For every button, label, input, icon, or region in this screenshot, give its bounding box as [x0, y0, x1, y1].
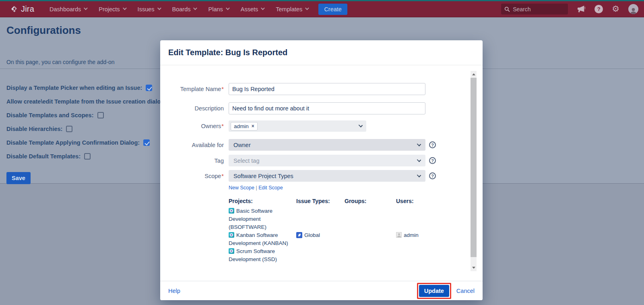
create-button[interactable]: Create	[318, 4, 347, 15]
help-link[interactable]: Help	[168, 288, 180, 294]
tag-label: Tag	[168, 158, 224, 164]
jira-logo-icon	[10, 5, 19, 14]
user-avatar[interactable]	[628, 4, 638, 14]
available-for-label: Available for	[168, 142, 224, 148]
dialog-body: Template Name* Description Owners* admin…	[160, 65, 483, 281]
globe-icon	[296, 232, 302, 238]
new-scope-link[interactable]: New Scope	[229, 185, 254, 191]
issue-type-item: Global	[296, 231, 341, 239]
issue-types-column: Issue Types: Global	[296, 198, 345, 264]
search-icon	[504, 6, 510, 12]
option-row: Display a Template Picker when editing a…	[6, 84, 175, 91]
chevron-down-icon	[359, 123, 363, 127]
users-header: Users:	[396, 198, 453, 204]
navbar-right: ? ⚙	[501, 4, 638, 15]
dialog-scrollbar[interactable]	[471, 71, 477, 271]
chevron-down-icon	[123, 6, 127, 10]
chevron-down-icon	[193, 6, 197, 10]
nav-menu: Dashboards Projects Issues Boards Plans …	[50, 6, 308, 12]
owners-label: Owners*	[168, 123, 224, 129]
template-name-row: Template Name*	[168, 83, 464, 95]
available-for-row: Available for Owner ?	[168, 139, 464, 151]
nav-item-dashboards[interactable]: Dashboards	[50, 6, 87, 12]
user-placeholder-icon	[396, 232, 402, 238]
tag-help-icon[interactable]: ?	[429, 157, 436, 164]
scope-label: Scope*	[168, 173, 224, 179]
chevron-down-icon	[417, 173, 421, 177]
scope-select[interactable]: Software Project Types	[229, 170, 425, 182]
tag-select[interactable]: Select tag	[229, 155, 425, 166]
description-input[interactable]	[229, 102, 425, 114]
owner-chip: admin ×	[231, 122, 258, 131]
nav-item-templates[interactable]: Templates	[276, 6, 308, 12]
remove-owner-icon[interactable]: ×	[252, 124, 254, 129]
required-asterisk: *	[221, 173, 224, 179]
update-button[interactable]: Update	[419, 285, 449, 297]
page-description: On this page, you can configure the add-…	[6, 59, 175, 65]
search-input[interactable]	[513, 6, 561, 12]
checkbox-disable-default-templates[interactable]	[84, 153, 91, 160]
nav-item-boards[interactable]: Boards	[172, 6, 196, 12]
issue-types-header: Issue Types:	[296, 198, 341, 204]
option-row: Disable Template Applying Confirmation D…	[6, 139, 175, 146]
option-row: Disable Templates and Scopes:	[6, 112, 175, 119]
groups-header: Groups:	[345, 198, 393, 204]
projects-header: Projects:	[229, 198, 293, 204]
cancel-link[interactable]: Cancel	[456, 288, 475, 294]
help-icon[interactable]: ?	[594, 5, 603, 13]
option-row: Allow create\edit Template from the Issu…	[6, 98, 175, 105]
option-row: Disable Default Templates:	[6, 153, 175, 160]
jira-logo-text: Jira	[21, 4, 34, 14]
search-box	[501, 4, 568, 15]
page-title: Configurations	[6, 24, 175, 37]
project-item: Basic Software Development (BSOFTWARE)	[229, 207, 293, 231]
settings-gear-icon[interactable]: ⚙	[612, 5, 619, 13]
project-avatar-icon	[229, 232, 234, 238]
scrollbar-down-button[interactable]	[471, 264, 477, 271]
template-name-label: Template Name*	[168, 86, 224, 92]
owners-multiselect[interactable]: admin ×	[229, 120, 366, 132]
scrollbar-thumb[interactable]	[471, 78, 477, 257]
checkbox-template-picker[interactable]	[146, 85, 152, 91]
nav-item-plans[interactable]: Plans	[208, 6, 228, 12]
dialog-title: Edit Template: Bug Is Reported	[168, 48, 287, 57]
triangle-down-icon	[472, 267, 475, 269]
project-item: Scrum Software Development (SSD)	[229, 247, 293, 264]
scrollbar-up-button[interactable]	[471, 71, 477, 78]
chevron-down-icon	[226, 6, 230, 10]
save-button[interactable]: Save	[6, 172, 31, 184]
chevron-down-icon	[417, 142, 421, 146]
nav-item-issues[interactable]: Issues	[138, 6, 160, 12]
dialog-footer: Help Update Cancel	[160, 281, 483, 300]
nav-item-projects[interactable]: Projects	[99, 6, 125, 12]
scope-links: New Scope | Edit Scope	[229, 185, 464, 191]
jira-logo[interactable]: Jira	[10, 4, 34, 14]
checkbox-disable-hierarchies[interactable]	[66, 126, 72, 132]
checkbox-disable-templates-scopes[interactable]	[97, 112, 104, 118]
required-asterisk: *	[221, 86, 224, 92]
available-for-select[interactable]: Owner	[229, 139, 425, 151]
nav-item-assets[interactable]: Assets	[241, 6, 264, 12]
projects-column: Projects: Basic Software Development (BS…	[229, 198, 296, 264]
config-options: Display a Template Picker when editing a…	[6, 84, 175, 160]
required-asterisk: *	[221, 123, 224, 129]
description-label: Description	[168, 105, 224, 112]
screen: Jira Dashboards Projects Issues Boards P…	[0, 0, 644, 305]
top-navbar: Jira Dashboards Projects Issues Boards P…	[0, 0, 644, 17]
chevron-down-icon	[305, 6, 309, 10]
checkbox-disable-confirmation-dialog[interactable]	[143, 139, 150, 146]
available-for-help-icon[interactable]: ?	[429, 141, 436, 148]
chevron-down-icon	[417, 158, 421, 162]
scope-row: Scope* Software Project Types ?	[168, 170, 464, 182]
announcements-icon[interactable]	[577, 5, 586, 13]
configurations-panel: Configurations On this page, you can con…	[6, 24, 175, 184]
option-row: Disable Hierarchies:	[6, 125, 175, 133]
edit-scope-link[interactable]: Edit Scope	[258, 185, 283, 191]
chevron-down-icon	[157, 6, 161, 10]
users-column: Users: admin	[396, 198, 456, 264]
scope-help-icon[interactable]: ?	[429, 172, 436, 179]
annotation-highlight-box: Update	[417, 283, 451, 299]
project-avatar-icon	[229, 208, 234, 214]
template-name-input[interactable]	[229, 83, 425, 95]
owners-row: Owners* admin ×	[168, 120, 464, 132]
